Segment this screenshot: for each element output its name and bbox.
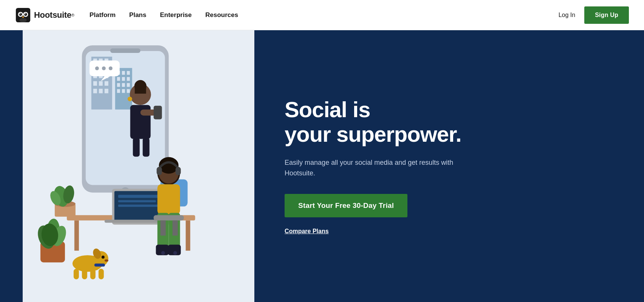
svg-rect-74	[157, 184, 180, 214]
svg-rect-61	[186, 220, 190, 251]
svg-point-51	[128, 97, 132, 101]
svg-rect-100	[94, 263, 105, 266]
login-button[interactable]: Log In	[559, 12, 575, 19]
trial-button[interactable]: Start Your Free 30-Day Trial	[285, 194, 407, 217]
svg-rect-37	[122, 77, 125, 81]
svg-rect-76	[175, 167, 181, 175]
svg-rect-35	[127, 71, 130, 75]
svg-rect-27	[99, 81, 103, 86]
hero-illustration-panel: #	[0, 30, 254, 302]
svg-rect-29	[93, 89, 97, 93]
svg-point-84	[173, 251, 177, 255]
svg-point-56	[95, 67, 99, 70]
svg-point-4	[24, 13, 27, 16]
svg-rect-30	[99, 89, 103, 93]
svg-rect-87	[172, 220, 178, 235]
svg-rect-85	[153, 215, 184, 220]
svg-point-101	[102, 256, 105, 259]
svg-point-102	[105, 259, 108, 262]
svg-point-10	[19, 18, 26, 22]
svg-rect-38	[127, 77, 130, 81]
hero-subtext: Easily manage all your social media and …	[285, 157, 458, 179]
dark-left-bar	[0, 30, 23, 302]
nav-actions: Log In Sign Up	[559, 6, 629, 24]
compare-plans-link[interactable]: Compare Plans	[285, 228, 328, 235]
svg-rect-86	[160, 220, 166, 235]
svg-rect-36	[117, 77, 120, 81]
navbar: Hootsuite® Platform Plans Enterprise Res…	[0, 0, 644, 30]
svg-rect-34	[122, 71, 125, 75]
svg-rect-31	[105, 89, 108, 93]
svg-rect-26	[93, 81, 97, 86]
svg-rect-99	[99, 269, 104, 279]
owl-logo-icon	[15, 7, 31, 23]
nav-resources[interactable]: Resources	[205, 11, 238, 19]
svg-point-58	[109, 67, 113, 70]
hero-headline: Social is your superpower.	[285, 98, 614, 147]
svg-rect-41	[127, 83, 130, 87]
svg-rect-43	[122, 89, 125, 93]
svg-rect-44	[127, 89, 130, 93]
svg-rect-14	[110, 48, 141, 53]
hero-illustration: #	[23, 30, 254, 302]
svg-point-57	[102, 67, 106, 70]
svg-point-6	[25, 13, 26, 14]
logo-text: Hootsuite	[34, 10, 71, 20]
hero-content-panel: Social is your superpower. Easily manage…	[254, 30, 644, 302]
nav-platform[interactable]: Platform	[90, 11, 116, 19]
svg-rect-60	[74, 220, 79, 251]
nav-links: Platform Plans Enterprise Resources	[90, 11, 559, 19]
svg-rect-66	[118, 204, 162, 207]
illustration-area: #	[23, 30, 254, 302]
nav-enterprise[interactable]: Enterprise	[160, 11, 192, 19]
headline-line2: your superpower.	[285, 122, 461, 146]
svg-rect-42	[117, 89, 120, 93]
svg-rect-75	[156, 167, 162, 175]
logo-sup: ®	[71, 13, 74, 17]
svg-rect-28	[105, 81, 108, 86]
svg-rect-65	[118, 200, 156, 202]
svg-point-3	[19, 13, 22, 16]
svg-rect-50	[153, 106, 162, 119]
svg-rect-53	[143, 138, 150, 157]
svg-point-5	[19, 13, 20, 14]
headline-line1: Social is	[285, 97, 370, 122]
svg-rect-47	[135, 86, 146, 94]
svg-rect-40	[122, 83, 125, 87]
svg-point-83	[161, 251, 165, 255]
svg-rect-39	[117, 83, 120, 87]
nav-plans[interactable]: Plans	[129, 11, 146, 19]
svg-rect-98	[90, 269, 96, 279]
logo[interactable]: Hootsuite®	[15, 7, 74, 23]
svg-rect-96	[74, 269, 79, 279]
hero-section: #	[0, 30, 644, 302]
svg-rect-52	[133, 138, 140, 157]
svg-rect-97	[82, 269, 87, 279]
signup-button[interactable]: Sign Up	[584, 6, 629, 24]
